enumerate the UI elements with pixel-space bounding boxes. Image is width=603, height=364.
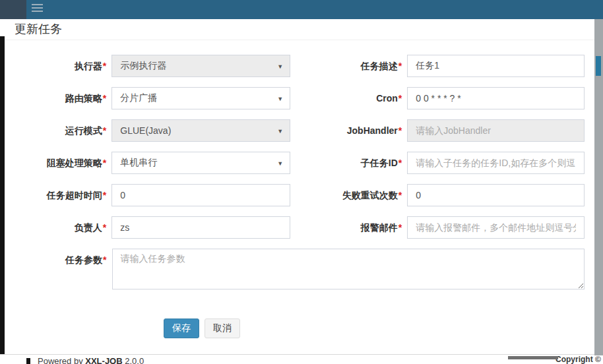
- route-strategy-select[interactable]: 分片广播 ▼: [111, 87, 290, 109]
- required-mark: *: [103, 222, 106, 233]
- job-handler-input: [407, 119, 585, 142]
- form-row-1: 执行器* 示例执行器 ▼ 任务描述*: [15, 55, 585, 77]
- sidebar-edge: [0, 0, 26, 19]
- job-param-label: 任务参数*: [15, 249, 107, 271]
- job-desc-input[interactable]: [407, 55, 585, 77]
- required-mark: *: [103, 190, 106, 200]
- required-mark: *: [103, 125, 106, 136]
- form-row-2: 路由策略* 分片广播 ▼ Cron*: [15, 87, 585, 109]
- modal-backdrop-right: [594, 19, 603, 355]
- cron-label: Cron*: [290, 87, 402, 109]
- form-row-3: 运行模式* GLUE(Java) ▼ JobHandler*: [15, 119, 585, 142]
- job-desc-label: 任务描述*: [290, 55, 402, 77]
- required-mark: *: [103, 158, 106, 168]
- chevron-down-icon: ▼: [277, 96, 283, 102]
- block-strategy-select[interactable]: 单机串行 ▼: [111, 152, 290, 174]
- author-input[interactable]: [111, 216, 290, 239]
- copyright-text: Copyright © 2: [555, 355, 603, 364]
- block-strategy-label: 阻塞处理策略*: [15, 152, 106, 174]
- cron-input[interactable]: [407, 87, 585, 109]
- timeout-label: 任务超时时间*: [15, 184, 106, 206]
- footer-dark-artifact: [26, 358, 30, 364]
- required-mark: *: [398, 125, 402, 136]
- update-job-modal: 更新任务 执行器* 示例执行器 ▼ 任务描述* 路由策略* 分片广播 ▼ Cro…: [5, 19, 594, 354]
- form-row-7: 任务参数*: [15, 249, 585, 289]
- executor-label: 执行器*: [15, 55, 106, 77]
- cancel-button[interactable]: 取消: [205, 318, 240, 338]
- brand-text: XXL-JOB: [85, 356, 122, 364]
- form-row-4: 阻塞处理策略* 单机串行 ▼ 子任务ID*: [15, 152, 585, 174]
- hidden-button-fragment: [596, 56, 601, 76]
- modal-title: 更新任务: [15, 22, 585, 36]
- modal-backdrop-left: [0, 36, 5, 354]
- hamburger-icon[interactable]: [32, 4, 44, 15]
- child-jobid-label: 子任务ID*: [290, 152, 402, 174]
- footer-gray-artifact: [508, 356, 558, 359]
- modal-header: 更新任务: [5, 19, 594, 40]
- fail-retry-label: 失败重试次数*: [290, 184, 402, 206]
- required-mark: *: [398, 61, 402, 71]
- author-label: 负责人*: [15, 216, 106, 239]
- fail-retry-input[interactable]: [407, 184, 585, 206]
- required-mark: *: [103, 93, 106, 104]
- powered-by-text: Powered by XXL-JOB 2.0.0: [38, 356, 144, 364]
- required-mark: *: [103, 61, 106, 71]
- chevron-down-icon: ▼: [277, 63, 283, 70]
- glue-type-label: 运行模式*: [15, 119, 106, 142]
- modal-actions: 保存 取消: [164, 318, 585, 338]
- chevron-down-icon: ▼: [277, 128, 283, 135]
- alarm-email-input[interactable]: [407, 216, 585, 239]
- alarm-email-label: 报警邮件*: [290, 216, 402, 239]
- timeout-input[interactable]: [111, 184, 290, 206]
- top-navbar: [0, 0, 603, 19]
- required-mark: *: [398, 190, 402, 200]
- form-row-6: 负责人* 报警邮件*: [15, 216, 585, 239]
- form-row-5: 任务超时时间* 失败重试次数*: [15, 184, 585, 206]
- required-mark: *: [103, 255, 106, 265]
- required-mark: *: [398, 93, 402, 104]
- job-param-textarea[interactable]: [112, 249, 585, 289]
- save-button[interactable]: 保存: [164, 318, 199, 338]
- required-mark: *: [398, 222, 402, 233]
- child-jobid-input[interactable]: [407, 152, 585, 174]
- route-strategy-label: 路由策略*: [15, 87, 106, 109]
- required-mark: *: [398, 158, 402, 168]
- executor-select: 示例执行器 ▼: [111, 55, 290, 77]
- chevron-down-icon: ▼: [277, 160, 283, 167]
- job-handler-label: JobHandler*: [290, 119, 402, 142]
- update-job-form: 执行器* 示例执行器 ▼ 任务描述* 路由策略* 分片广播 ▼ Cron* 运行…: [5, 40, 594, 338]
- glue-type-select: GLUE(Java) ▼: [111, 119, 290, 142]
